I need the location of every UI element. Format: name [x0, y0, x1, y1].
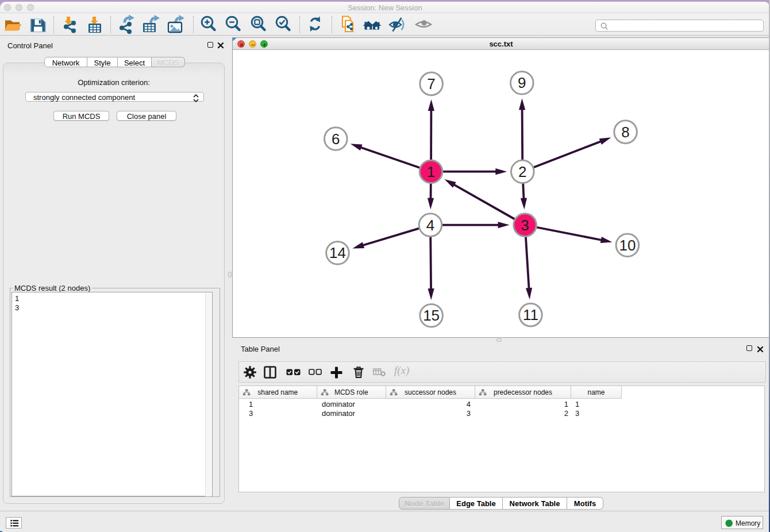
svg-text:3: 3 — [521, 217, 529, 234]
svg-text:11: 11 — [523, 306, 538, 323]
svg-text:4: 4 — [426, 217, 434, 234]
svg-text:9: 9 — [518, 74, 526, 91]
svg-text:14: 14 — [329, 244, 346, 261]
svg-text:2: 2 — [518, 163, 526, 180]
svg-text:1: 1 — [427, 163, 435, 180]
svg-text:8: 8 — [621, 124, 629, 141]
svg-text:10: 10 — [619, 237, 636, 254]
svg-text:7: 7 — [427, 75, 435, 92]
svg-text:15: 15 — [423, 307, 440, 324]
svg-text:6: 6 — [332, 130, 340, 148]
